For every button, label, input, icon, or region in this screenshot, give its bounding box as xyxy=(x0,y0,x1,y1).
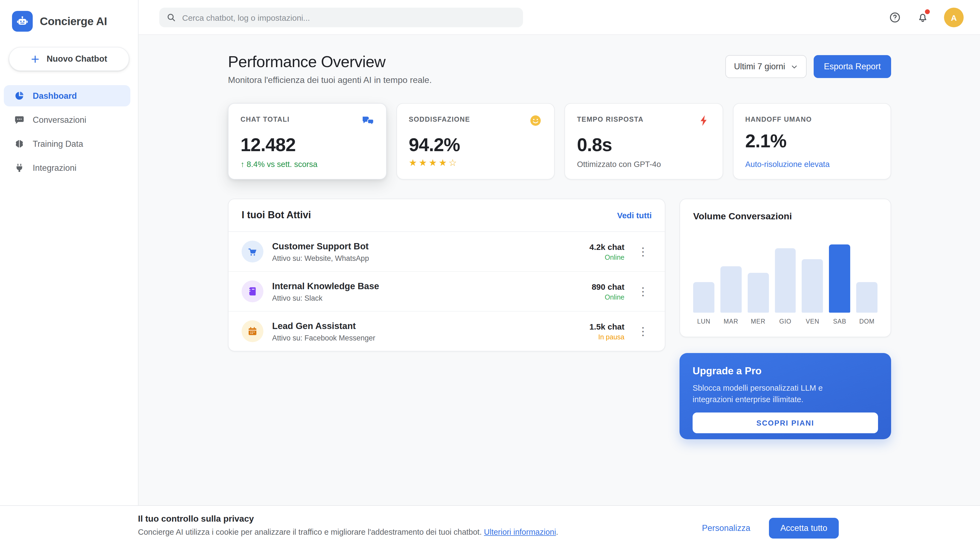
sidebar: Concierge AI Nuovo Chatbot Dashboard Con… xyxy=(0,0,138,550)
page-title: Performance Overview xyxy=(228,53,432,71)
bot-subtitle: Attivo su: Slack xyxy=(272,294,379,302)
plug-icon xyxy=(14,163,25,173)
search-icon xyxy=(166,13,176,22)
bar-label: VEN xyxy=(802,318,823,325)
new-chatbot-button[interactable]: Nuovo Chatbot xyxy=(9,47,129,71)
date-range-label: Ultimi 7 giorni xyxy=(734,62,785,72)
bot-subtitle: Attivo su: Facebook Messenger xyxy=(272,334,375,342)
volume-bar-labels: LUNMARMERGIOVENSABDOM xyxy=(693,318,878,325)
sidebar-item-training-data[interactable]: Training Data xyxy=(4,133,130,155)
bot-status: Online xyxy=(592,293,624,301)
stat-label: SODDISFAZIONE xyxy=(409,114,470,123)
help-icon[interactable] xyxy=(888,11,902,24)
bot-chat-count: 4.2k chat xyxy=(590,242,624,251)
stat-note: Ottimizzato con GPT-4o xyxy=(577,160,710,169)
upgrade-pro-card: Upgrade a Pro Sblocca modelli personaliz… xyxy=(679,353,891,439)
cookie-banner: Il tuo controllo sulla privacy Concierge… xyxy=(0,505,980,550)
smiley-icon xyxy=(529,114,542,127)
notification-dot xyxy=(925,9,930,14)
stat-value: 2.1% xyxy=(745,131,878,152)
stat-link[interactable]: Auto-risoluzione elevata xyxy=(745,160,878,169)
sidebar-item-integrazioni[interactable]: Integrazioni xyxy=(4,157,130,179)
bar-label: GIO xyxy=(775,318,796,325)
bar-mar xyxy=(721,230,742,312)
brain-icon xyxy=(14,139,25,149)
bar-ven xyxy=(802,230,823,312)
new-chatbot-label: Nuovo Chatbot xyxy=(47,54,107,64)
stars-filled: ★★★★ xyxy=(409,158,449,168)
more-info-link[interactable]: Ulteriori informazioni xyxy=(484,528,556,536)
stat-card-chat-totali: CHAT TOTALI 12.482 ↑ 8.4% vs sett. scors… xyxy=(228,103,387,180)
volume-bars xyxy=(693,230,878,312)
accept-all-button[interactable]: Accetta tutto xyxy=(769,518,839,539)
avatar[interactable]: A xyxy=(944,8,964,27)
topbar-actions: A xyxy=(888,0,964,35)
book-icon xyxy=(242,281,263,302)
sidebar-item-label: Conversazioni xyxy=(33,115,86,125)
bot-status: Online xyxy=(590,253,624,261)
bots-title: I tuoi Bot Attivi xyxy=(242,209,311,221)
stat-delta: ↑ 8.4% vs sett. scorsa xyxy=(240,160,374,169)
chevron-down-icon xyxy=(791,63,798,70)
bar-label: DOM xyxy=(856,318,878,325)
chat-bubble-icon xyxy=(14,115,25,125)
bot-status: In pausa xyxy=(590,333,624,341)
bot-row-lead-gen[interactable]: Lead Gen Assistant Attivo su: Facebook M… xyxy=(229,312,665,351)
sidebar-item-conversazioni[interactable]: Conversazioni xyxy=(4,109,130,131)
customize-cookies-button[interactable]: Personalizza xyxy=(702,523,750,533)
cookie-title: Il tuo controllo sulla privacy xyxy=(138,514,558,524)
bot-name: Customer Support Bot xyxy=(272,241,369,251)
bar-label: LUN xyxy=(693,318,714,325)
sidebar-nav: Dashboard Conversazioni Training Data In… xyxy=(0,85,138,179)
sidebar-item-label: Dashboard xyxy=(33,91,77,100)
stat-value: 12.482 xyxy=(240,134,374,156)
main-area: Performance Overview Monitora l'efficien… xyxy=(138,35,980,550)
bar-label: SAB xyxy=(829,318,851,325)
stat-value: 0.8s xyxy=(577,134,710,156)
date-range-dropdown[interactable]: Ultimi 7 giorni xyxy=(725,55,807,78)
stats-row: CHAT TOTALI 12.482 ↑ 8.4% vs sett. scors… xyxy=(228,103,891,180)
bot-row-knowledge-base[interactable]: Internal Knowledge Base Attivo su: Slack… xyxy=(229,272,665,312)
bot-row-customer-support[interactable]: Customer Support Bot Attivo su: Website,… xyxy=(229,232,665,272)
bar-dom xyxy=(856,230,878,312)
star-rating: ★★★★☆ xyxy=(409,157,542,169)
bot-chat-count: 890 chat xyxy=(592,282,624,291)
search-input[interactable] xyxy=(159,8,523,27)
discover-plans-button[interactable]: SCOPRI PIANI xyxy=(693,413,878,433)
bot-name: Internal Knowledge Base xyxy=(272,281,379,291)
arrow-up-icon: ↑ xyxy=(240,160,245,169)
sidebar-item-label: Integrazioni xyxy=(33,163,76,173)
bar-gio xyxy=(775,230,796,312)
export-report-button[interactable]: Esporta Report xyxy=(814,55,891,78)
calendar-icon xyxy=(242,320,263,342)
sidebar-item-dashboard[interactable]: Dashboard xyxy=(4,85,130,107)
topbar: A xyxy=(138,0,980,35)
kebab-menu-icon[interactable]: ⋮ xyxy=(634,244,652,259)
search xyxy=(159,8,523,27)
see-all-link[interactable]: Vedi tutti xyxy=(617,210,652,220)
bar-mer xyxy=(748,230,769,312)
brand-name: Concierge AI xyxy=(40,15,107,28)
bar-label: MAR xyxy=(721,318,742,325)
active-bots-card: I tuoi Bot Attivi Vedi tutti Customer Su… xyxy=(228,199,665,351)
cookie-body: Concierge AI utilizza i cookie per anali… xyxy=(138,528,558,536)
chart-title: Volume Conversazioni xyxy=(693,211,878,222)
plus-icon xyxy=(31,54,40,64)
upgrade-body: Sblocca modelli personalizzati LLM e int… xyxy=(693,383,863,405)
robot-logo-icon xyxy=(12,11,33,32)
kebab-menu-icon[interactable]: ⋮ xyxy=(634,284,652,299)
page-subtitle: Monitora l'efficienza dei tuoi agenti AI… xyxy=(228,75,432,85)
bell-icon[interactable] xyxy=(916,11,929,24)
stat-label: HANDOFF UMANO xyxy=(745,114,812,123)
lightning-icon xyxy=(697,114,710,127)
volume-chart-card: Volume Conversazioni LUNMARMERGIOVENSABD… xyxy=(679,199,891,337)
chat-bubbles-icon xyxy=(361,114,374,127)
page-header: Performance Overview Monitora l'efficien… xyxy=(228,53,891,85)
kebab-menu-icon[interactable]: ⋮ xyxy=(634,324,652,339)
stat-card-handoff-umano: HANDOFF UMANO 2.1% Auto-risoluzione elev… xyxy=(733,103,891,180)
star-half-icon: ☆ xyxy=(449,158,459,168)
bar-label: MER xyxy=(748,318,769,325)
bar-sab xyxy=(829,230,851,312)
bar-lun xyxy=(693,230,714,312)
sidebar-item-label: Training Data xyxy=(33,139,83,149)
